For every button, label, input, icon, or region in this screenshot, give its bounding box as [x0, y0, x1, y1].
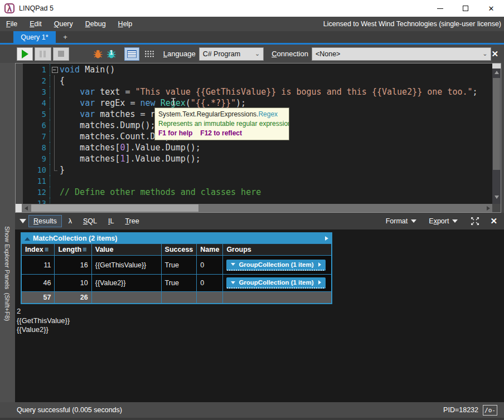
- status-message: Query successful (0.005 seconds): [17, 406, 122, 414]
- column-header-index[interactable]: Index≡: [21, 244, 55, 256]
- results-tab-results[interactable]: Results: [28, 215, 62, 227]
- maximize-button[interactable]: [453, 0, 478, 17]
- column-header-groups[interactable]: Groups: [223, 244, 332, 256]
- splitter-box[interactable]: [492, 64, 501, 69]
- status-right: PID=18232 /o-: [443, 405, 504, 416]
- fold-guide: [50, 97, 60, 109]
- sort-icon[interactable]: ≡: [45, 246, 49, 253]
- editor-horizontal-scrollbar[interactable]: [16, 204, 492, 212]
- close-button[interactable]: ✕: [478, 0, 504, 17]
- column-header-name[interactable]: Name: [197, 244, 223, 256]
- vertical-scroll-thumb[interactable]: [493, 78, 500, 170]
- export-menu[interactable]: Export: [429, 217, 449, 225]
- table-cell: {{Value2}}: [91, 275, 161, 292]
- regex-options-toggle[interactable]: /o-: [483, 405, 497, 416]
- group-collection-button[interactable]: GroupCollection (1 item): [226, 277, 326, 289]
- code-text: {: [60, 75, 65, 86]
- output-line: 2: [17, 307, 70, 316]
- code-line-11[interactable]: 11: [23, 175, 492, 187]
- format-menu[interactable]: Format: [386, 217, 408, 225]
- minimize-button[interactable]: [427, 0, 453, 17]
- code-line-1[interactable]: 1void Main(): [23, 64, 492, 75]
- attach-debugger-button[interactable]: 1: [106, 48, 117, 60]
- window-bottom-edge: [0, 418, 504, 420]
- attach-count-badge: 1: [106, 50, 117, 56]
- stop-button[interactable]: [53, 47, 69, 61]
- table-cell: 0: [197, 275, 223, 292]
- column-header-length[interactable]: Length≡: [55, 244, 91, 256]
- results-panel: MatchCollection (2 items)Index≡Length≡Va…: [15, 229, 504, 402]
- new-tab-button[interactable]: +: [56, 31, 75, 43]
- pause-icon: [40, 51, 46, 57]
- results-tab-tree[interactable]: Tree: [120, 216, 143, 227]
- status-bar: Query successful (0.005 seconds) PID=182…: [0, 402, 504, 418]
- scroll-left-arrow-icon[interactable]: [25, 206, 28, 211]
- results-tab-λ[interactable]: λ: [64, 216, 76, 227]
- linqpad-logo-icon: λ: [4, 3, 14, 13]
- table-title-bar[interactable]: MatchCollection (2 items): [21, 233, 332, 244]
- title-bar: λ LINQPad 5 ✕: [0, 0, 504, 17]
- line-number: 5: [23, 109, 50, 120]
- scroll-right-arrow-icon[interactable]: [487, 206, 490, 211]
- menu-query[interactable]: Query: [48, 18, 79, 30]
- menu-help[interactable]: Help: [112, 18, 139, 30]
- results-tab-il[interactable]: IL: [104, 216, 118, 227]
- menu-debug[interactable]: Debug: [79, 18, 112, 30]
- pause-button[interactable]: [35, 47, 51, 61]
- editor-vertical-scrollbar[interactable]: [492, 64, 501, 204]
- code-line-8[interactable]: 8 matches[0].Value.Dump();: [23, 142, 492, 153]
- column-header-success[interactable]: Success: [161, 244, 197, 256]
- line-number: 8: [23, 142, 50, 153]
- language-label: Language: [163, 50, 196, 58]
- fold-collapse-icon[interactable]: [50, 64, 60, 75]
- expand-right-icon[interactable]: [325, 236, 328, 241]
- rich-text-results-toggle[interactable]: [124, 47, 139, 61]
- results-tab-sql[interactable]: SQL: [79, 216, 101, 227]
- fold-guide: [50, 187, 60, 198]
- code-line-9[interactable]: 9 matches[1].Value.Dump();: [23, 153, 492, 164]
- line-number: 7: [23, 131, 50, 142]
- splitter-box-left[interactable]: [16, 204, 22, 212]
- collapse-triangle-icon[interactable]: [25, 237, 30, 241]
- scroll-down-arrow-icon[interactable]: [495, 196, 499, 199]
- scroll-up-arrow-icon[interactable]: [495, 71, 499, 74]
- code-line-3[interactable]: 3 var text = "This value {{GetThisValue}…: [23, 86, 492, 97]
- menu-file[interactable]: File: [0, 18, 23, 30]
- output-line: {{Value2}}: [17, 325, 70, 335]
- fold-guide: [50, 86, 60, 97]
- results-toolbar: ResultsλSQLILTree Format Export ✕: [15, 213, 504, 229]
- group-collection-button[interactable]: GroupCollection (1 item): [226, 260, 326, 271]
- totals-cell: 57: [21, 292, 55, 304]
- line-number: 9: [23, 153, 50, 164]
- stop-icon: [58, 51, 64, 57]
- chevron-down-icon: ⌄: [482, 50, 487, 57]
- close-results-icon[interactable]: ✕: [490, 216, 497, 226]
- horizontal-scroll-thumb[interactable]: [31, 204, 198, 212]
- totals-row: 5726: [21, 292, 332, 304]
- collapse-results-icon[interactable]: [20, 219, 26, 223]
- menu-bar: FileEditQueryDebugHelp Licensed to West …: [0, 17, 504, 31]
- code-line-10[interactable]: 10}: [23, 164, 492, 175]
- data-grid-results-toggle[interactable]: [142, 48, 155, 60]
- debug-bug-button[interactable]: [93, 48, 104, 60]
- format-dropdown-icon[interactable]: [411, 219, 416, 223]
- code-line-2[interactable]: 2{: [23, 75, 492, 86]
- menu-edit[interactable]: Edit: [23, 18, 48, 30]
- export-dropdown-icon[interactable]: [452, 219, 458, 223]
- show-explorer-panels-strip[interactable]: Show Explorer Panels (Shift+F8): [0, 63, 15, 402]
- code-text: matches[0].Value.Dump();: [60, 142, 201, 153]
- column-header-value[interactable]: Value: [91, 244, 161, 256]
- code-line-4[interactable]: 4 var regEx = new Regex("{{.*?}}");: [23, 97, 492, 109]
- window-controls: ✕: [427, 0, 504, 17]
- float-results-icon[interactable]: [470, 216, 480, 226]
- run-button[interactable]: [17, 47, 33, 61]
- code-line-12[interactable]: 12// Define other methods and classes he…: [23, 187, 492, 198]
- close-query-button[interactable]: ✕: [491, 49, 498, 59]
- connection-select[interactable]: <None> ⌄: [312, 47, 491, 61]
- table-cell: True: [161, 256, 197, 275]
- tooltip-hint-f1: F1 for help: [158, 129, 192, 137]
- results-tabs: ResultsλSQLILTree: [26, 215, 144, 227]
- sort-icon[interactable]: ≡: [83, 246, 86, 253]
- tab-query-1[interactable]: Query 1*: [13, 31, 56, 43]
- language-select[interactable]: C# Program ⌄: [199, 47, 264, 61]
